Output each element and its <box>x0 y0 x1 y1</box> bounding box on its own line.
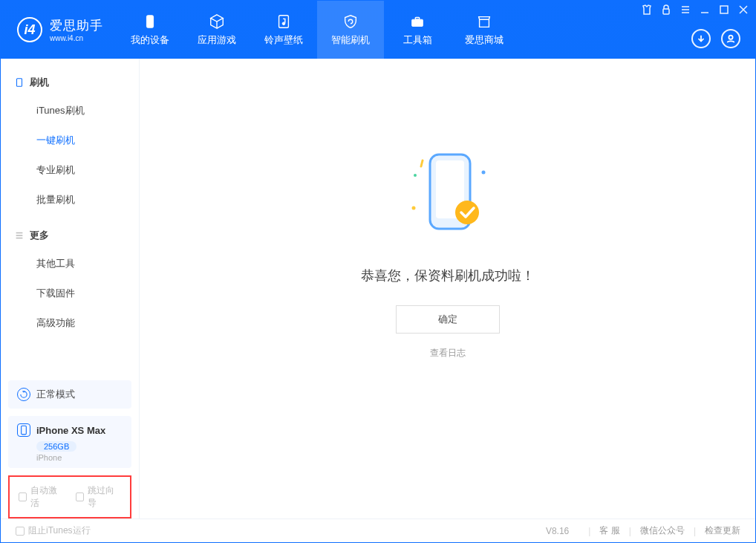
device-icon <box>14 77 25 88</box>
sidebar-item-download-firmware[interactable]: 下载固件 <box>1 279 139 308</box>
svg-rect-3 <box>412 19 423 26</box>
app-window: i4 爱思助手 www.i4.cn 我的设备 应用游戏 铃声壁纸 智能刷机 <box>0 0 756 543</box>
options-highlight-box: 自动激活 跳过向导 <box>8 475 131 518</box>
svg-point-10 <box>414 174 417 177</box>
sidebar-item-pro-flash[interactable]: 专业刷机 <box>1 155 139 185</box>
view-log-link[interactable]: 查看日志 <box>430 347 466 360</box>
tab-label: 应用游戏 <box>198 33 236 47</box>
app-logo: i4 爱思助手 www.i4.cn <box>1 1 117 59</box>
tab-label: 铃声壁纸 <box>264 33 303 47</box>
svg-rect-5 <box>663 9 669 14</box>
device-mode-chip[interactable]: 正常模式 <box>8 380 131 409</box>
sidebar: 刷机 iTunes刷机 一键刷机 专业刷机 批量刷机 更多 其他工具 下载固件 … <box>1 59 140 518</box>
svg-point-11 <box>411 207 415 210</box>
tab-toolbox[interactable]: 工具箱 <box>384 1 451 59</box>
user-icon[interactable] <box>721 29 740 48</box>
main-content: 恭喜您，保资料刷机成功啦！ 确定 查看日志 <box>140 59 755 518</box>
sidebar-item-onekey-flash[interactable]: 一键刷机 <box>1 126 139 155</box>
checkbox-block-itunes[interactable]: 阻止iTunes运行 <box>16 524 91 537</box>
close-icon[interactable] <box>737 4 749 16</box>
shield-refresh-icon <box>342 13 359 30</box>
app-url: www.i4.cn <box>50 34 103 42</box>
phone-small-icon <box>17 423 30 437</box>
sidebar-bottom: 正常模式 iPhone XS Max 256GB iPhone 自动激活 跳过向… <box>1 380 139 518</box>
svg-point-7 <box>729 36 732 39</box>
svg-point-12 <box>481 171 485 175</box>
version-label: V8.16 <box>546 526 569 536</box>
device-mode-label: 正常模式 <box>36 388 75 401</box>
checkbox-auto-activate[interactable]: 自动激活 <box>19 484 64 510</box>
svg-rect-4 <box>415 18 420 20</box>
check-update-link[interactable]: 检查更新 <box>705 524 740 537</box>
sidebar-group-flash: 刷机 <box>1 69 139 96</box>
toolbox-icon <box>408 13 426 30</box>
note-icon <box>275 13 293 30</box>
svg-rect-1 <box>279 16 289 28</box>
tab-label: 工具箱 <box>403 33 432 47</box>
top-tabs: 我的设备 应用游戏 铃声壁纸 智能刷机 工具箱 爱思商城 <box>117 1 518 59</box>
success-message: 恭喜您，保资料刷机成功啦！ <box>361 267 535 284</box>
tab-ring-wallpaper[interactable]: 铃声壁纸 <box>250 1 317 59</box>
device-type: iPhone <box>36 453 123 462</box>
tshirt-icon[interactable] <box>641 4 653 16</box>
svg-point-2 <box>282 22 285 25</box>
minimize-icon[interactable] <box>699 4 711 16</box>
download-icon[interactable] <box>691 29 711 48</box>
tab-store[interactable]: 爱思商城 <box>451 1 518 59</box>
phone-icon <box>141 13 159 30</box>
titlebar-controls <box>641 4 749 16</box>
checkbox-skip-guide[interactable]: 跳过向导 <box>76 484 121 510</box>
device-name: iPhone XS Max <box>36 425 105 436</box>
svg-rect-8 <box>17 79 22 87</box>
header: i4 爱思助手 www.i4.cn 我的设备 应用游戏 铃声壁纸 智能刷机 <box>1 1 755 59</box>
header-right-actions <box>691 29 740 48</box>
list-icon <box>14 230 25 241</box>
menu-icon[interactable] <box>680 4 691 16</box>
app-title: 爱思助手 <box>50 17 103 34</box>
logo-icon: i4 <box>17 17 42 42</box>
tab-smart-flash[interactable]: 智能刷机 <box>317 1 384 59</box>
svg-rect-0 <box>146 16 153 28</box>
store-icon <box>475 13 493 30</box>
sidebar-item-other-tools[interactable]: 其他工具 <box>1 249 139 279</box>
device-card[interactable]: iPhone XS Max 256GB iPhone <box>8 416 131 468</box>
tab-apps-games[interactable]: 应用游戏 <box>183 1 250 59</box>
ok-button[interactable]: 确定 <box>396 305 500 334</box>
lock-icon[interactable] <box>660 4 672 16</box>
footer: 阻止iTunes运行 V8.16 | 客 服 | 微信公众号 | 检查更新 <box>1 518 755 542</box>
tab-label: 智能刷机 <box>331 33 370 47</box>
sidebar-item-batch-flash[interactable]: 批量刷机 <box>1 185 139 215</box>
svg-rect-9 <box>22 426 27 435</box>
svg-point-15 <box>455 201 479 224</box>
support-link[interactable]: 客 服 <box>599 524 619 537</box>
maximize-icon[interactable] <box>718 4 730 16</box>
sidebar-item-itunes-flash[interactable]: iTunes刷机 <box>1 96 139 126</box>
refresh-icon <box>17 388 30 401</box>
wechat-link[interactable]: 微信公众号 <box>640 524 685 537</box>
tab-label: 我的设备 <box>131 33 169 47</box>
sidebar-item-advanced[interactable]: 高级功能 <box>1 308 139 338</box>
svg-rect-6 <box>720 6 728 13</box>
tab-label: 爱思商城 <box>465 33 504 47</box>
sidebar-group-more: 更多 <box>1 222 139 249</box>
body: 刷机 iTunes刷机 一键刷机 专业刷机 批量刷机 更多 其他工具 下载固件 … <box>1 59 755 518</box>
device-capacity: 256GB <box>36 441 76 452</box>
cube-icon <box>208 13 226 30</box>
success-illustration <box>407 148 489 244</box>
tab-my-device[interactable]: 我的设备 <box>117 1 183 59</box>
